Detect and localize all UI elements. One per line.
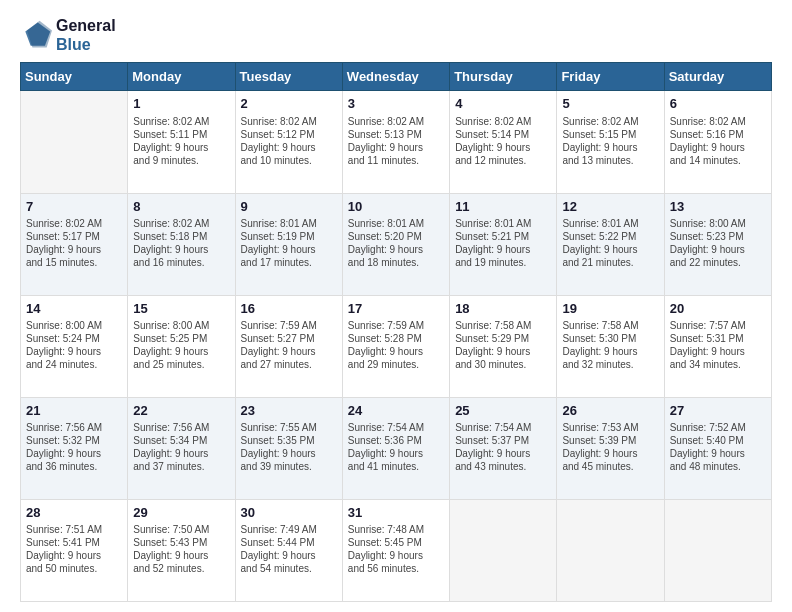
- day-info: Sunrise: 8:00 AM Sunset: 5:25 PM Dayligh…: [133, 319, 229, 371]
- calendar-week-row: 7Sunrise: 8:02 AM Sunset: 5:17 PM Daylig…: [21, 193, 772, 295]
- day-number: 17: [348, 300, 444, 318]
- calendar-day-cell: 31Sunrise: 7:48 AM Sunset: 5:45 PM Dayli…: [342, 499, 449, 601]
- day-number: 16: [241, 300, 337, 318]
- calendar-day-cell: 4Sunrise: 8:02 AM Sunset: 5:14 PM Daylig…: [450, 91, 557, 193]
- day-number: 8: [133, 198, 229, 216]
- calendar-day-cell: 26Sunrise: 7:53 AM Sunset: 5:39 PM Dayli…: [557, 397, 664, 499]
- day-info: Sunrise: 7:54 AM Sunset: 5:37 PM Dayligh…: [455, 421, 551, 473]
- calendar-day-cell: 5Sunrise: 8:02 AM Sunset: 5:15 PM Daylig…: [557, 91, 664, 193]
- calendar-day-cell: 6Sunrise: 8:02 AM Sunset: 5:16 PM Daylig…: [664, 91, 771, 193]
- calendar-day-cell: 3Sunrise: 8:02 AM Sunset: 5:13 PM Daylig…: [342, 91, 449, 193]
- calendar-day-cell: 2Sunrise: 8:02 AM Sunset: 5:12 PM Daylig…: [235, 91, 342, 193]
- calendar-day-cell: 22Sunrise: 7:56 AM Sunset: 5:34 PM Dayli…: [128, 397, 235, 499]
- weekday-header-friday: Friday: [557, 63, 664, 91]
- calendar-week-row: 14Sunrise: 8:00 AM Sunset: 5:24 PM Dayli…: [21, 295, 772, 397]
- day-info: Sunrise: 7:54 AM Sunset: 5:36 PM Dayligh…: [348, 421, 444, 473]
- day-number: 24: [348, 402, 444, 420]
- day-number: 6: [670, 95, 766, 113]
- day-number: 13: [670, 198, 766, 216]
- day-number: 27: [670, 402, 766, 420]
- calendar-day-cell: 9Sunrise: 8:01 AM Sunset: 5:19 PM Daylig…: [235, 193, 342, 295]
- page: General Blue SundayMondayTuesdayWednesda…: [0, 0, 792, 612]
- calendar-week-row: 1Sunrise: 8:02 AM Sunset: 5:11 PM Daylig…: [21, 91, 772, 193]
- calendar-week-row: 21Sunrise: 7:56 AM Sunset: 5:32 PM Dayli…: [21, 397, 772, 499]
- calendar-day-cell: 15Sunrise: 8:00 AM Sunset: 5:25 PM Dayli…: [128, 295, 235, 397]
- day-info: Sunrise: 7:58 AM Sunset: 5:30 PM Dayligh…: [562, 319, 658, 371]
- day-number: 3: [348, 95, 444, 113]
- weekday-header-tuesday: Tuesday: [235, 63, 342, 91]
- day-number: 2: [241, 95, 337, 113]
- day-number: 26: [562, 402, 658, 420]
- calendar-day-cell: 7Sunrise: 8:02 AM Sunset: 5:17 PM Daylig…: [21, 193, 128, 295]
- day-info: Sunrise: 8:02 AM Sunset: 5:14 PM Dayligh…: [455, 115, 551, 167]
- day-number: 7: [26, 198, 122, 216]
- day-info: Sunrise: 7:51 AM Sunset: 5:41 PM Dayligh…: [26, 523, 122, 575]
- calendar-header-row: SundayMondayTuesdayWednesdayThursdayFrid…: [21, 63, 772, 91]
- day-number: 31: [348, 504, 444, 522]
- day-number: 20: [670, 300, 766, 318]
- calendar-day-cell: 24Sunrise: 7:54 AM Sunset: 5:36 PM Dayli…: [342, 397, 449, 499]
- day-info: Sunrise: 8:00 AM Sunset: 5:24 PM Dayligh…: [26, 319, 122, 371]
- day-number: 25: [455, 402, 551, 420]
- calendar-day-cell: 16Sunrise: 7:59 AM Sunset: 5:27 PM Dayli…: [235, 295, 342, 397]
- day-number: 4: [455, 95, 551, 113]
- day-info: Sunrise: 7:49 AM Sunset: 5:44 PM Dayligh…: [241, 523, 337, 575]
- calendar-day-cell: 13Sunrise: 8:00 AM Sunset: 5:23 PM Dayli…: [664, 193, 771, 295]
- logo: General Blue: [20, 16, 116, 54]
- calendar-day-cell: 19Sunrise: 7:58 AM Sunset: 5:30 PM Dayli…: [557, 295, 664, 397]
- logo-icon: [20, 19, 52, 51]
- day-info: Sunrise: 8:02 AM Sunset: 5:18 PM Dayligh…: [133, 217, 229, 269]
- day-info: Sunrise: 8:01 AM Sunset: 5:19 PM Dayligh…: [241, 217, 337, 269]
- weekday-header-monday: Monday: [128, 63, 235, 91]
- day-number: 29: [133, 504, 229, 522]
- day-number: 18: [455, 300, 551, 318]
- day-number: 14: [26, 300, 122, 318]
- day-number: 28: [26, 504, 122, 522]
- calendar-day-cell: 30Sunrise: 7:49 AM Sunset: 5:44 PM Dayli…: [235, 499, 342, 601]
- day-info: Sunrise: 7:55 AM Sunset: 5:35 PM Dayligh…: [241, 421, 337, 473]
- calendar-day-cell: 17Sunrise: 7:59 AM Sunset: 5:28 PM Dayli…: [342, 295, 449, 397]
- calendar-day-cell: 10Sunrise: 8:01 AM Sunset: 5:20 PM Dayli…: [342, 193, 449, 295]
- day-info: Sunrise: 8:01 AM Sunset: 5:20 PM Dayligh…: [348, 217, 444, 269]
- calendar-day-cell: [21, 91, 128, 193]
- day-number: 15: [133, 300, 229, 318]
- weekday-header-thursday: Thursday: [450, 63, 557, 91]
- calendar-day-cell: 29Sunrise: 7:50 AM Sunset: 5:43 PM Dayli…: [128, 499, 235, 601]
- day-info: Sunrise: 7:56 AM Sunset: 5:34 PM Dayligh…: [133, 421, 229, 473]
- day-info: Sunrise: 8:01 AM Sunset: 5:21 PM Dayligh…: [455, 217, 551, 269]
- weekday-header-wednesday: Wednesday: [342, 63, 449, 91]
- calendar-table: SundayMondayTuesdayWednesdayThursdayFrid…: [20, 62, 772, 602]
- day-number: 9: [241, 198, 337, 216]
- day-number: 1: [133, 95, 229, 113]
- day-info: Sunrise: 7:57 AM Sunset: 5:31 PM Dayligh…: [670, 319, 766, 371]
- calendar-day-cell: 20Sunrise: 7:57 AM Sunset: 5:31 PM Dayli…: [664, 295, 771, 397]
- day-number: 5: [562, 95, 658, 113]
- day-info: Sunrise: 7:56 AM Sunset: 5:32 PM Dayligh…: [26, 421, 122, 473]
- day-number: 12: [562, 198, 658, 216]
- header: General Blue: [20, 16, 772, 54]
- day-info: Sunrise: 8:01 AM Sunset: 5:22 PM Dayligh…: [562, 217, 658, 269]
- day-info: Sunrise: 7:52 AM Sunset: 5:40 PM Dayligh…: [670, 421, 766, 473]
- day-number: 30: [241, 504, 337, 522]
- calendar-day-cell: 28Sunrise: 7:51 AM Sunset: 5:41 PM Dayli…: [21, 499, 128, 601]
- day-info: Sunrise: 8:02 AM Sunset: 5:16 PM Dayligh…: [670, 115, 766, 167]
- calendar-day-cell: 25Sunrise: 7:54 AM Sunset: 5:37 PM Dayli…: [450, 397, 557, 499]
- weekday-header-saturday: Saturday: [664, 63, 771, 91]
- calendar-day-cell: [557, 499, 664, 601]
- day-info: Sunrise: 8:02 AM Sunset: 5:12 PM Dayligh…: [241, 115, 337, 167]
- calendar-week-row: 28Sunrise: 7:51 AM Sunset: 5:41 PM Dayli…: [21, 499, 772, 601]
- day-number: 23: [241, 402, 337, 420]
- calendar-day-cell: 11Sunrise: 8:01 AM Sunset: 5:21 PM Dayli…: [450, 193, 557, 295]
- day-number: 22: [133, 402, 229, 420]
- day-info: Sunrise: 7:59 AM Sunset: 5:27 PM Dayligh…: [241, 319, 337, 371]
- calendar-day-cell: 1Sunrise: 8:02 AM Sunset: 5:11 PM Daylig…: [128, 91, 235, 193]
- calendar-day-cell: [664, 499, 771, 601]
- day-number: 19: [562, 300, 658, 318]
- calendar-day-cell: 23Sunrise: 7:55 AM Sunset: 5:35 PM Dayli…: [235, 397, 342, 499]
- day-number: 11: [455, 198, 551, 216]
- calendar-day-cell: 12Sunrise: 8:01 AM Sunset: 5:22 PM Dayli…: [557, 193, 664, 295]
- calendar-day-cell: 18Sunrise: 7:58 AM Sunset: 5:29 PM Dayli…: [450, 295, 557, 397]
- calendar-day-cell: 8Sunrise: 8:02 AM Sunset: 5:18 PM Daylig…: [128, 193, 235, 295]
- day-info: Sunrise: 7:53 AM Sunset: 5:39 PM Dayligh…: [562, 421, 658, 473]
- calendar-day-cell: 21Sunrise: 7:56 AM Sunset: 5:32 PM Dayli…: [21, 397, 128, 499]
